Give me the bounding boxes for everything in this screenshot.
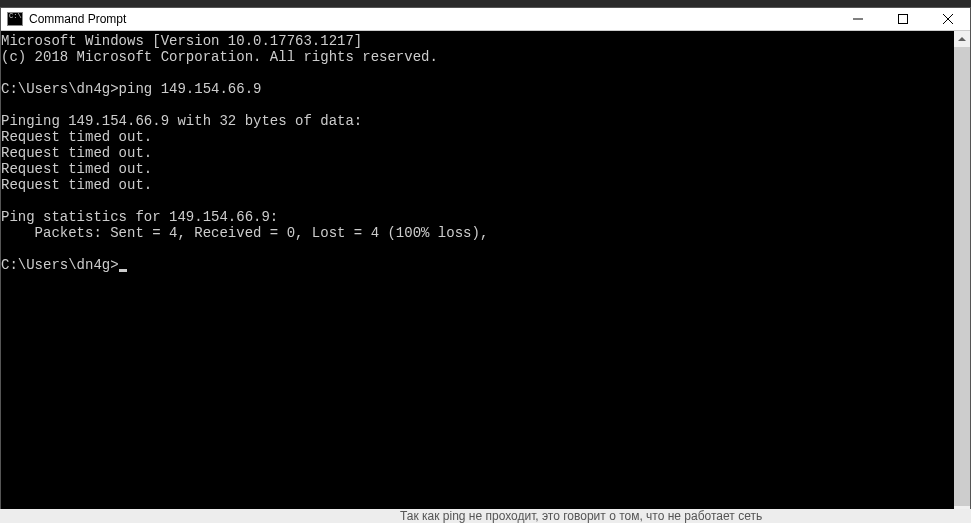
terminal-content[interactable]: Microsoft Windows [Version 10.0.17763.12…: [1, 31, 954, 522]
terminal-area: Microsoft Windows [Version 10.0.17763.12…: [1, 31, 970, 522]
minimize-icon: [853, 14, 863, 24]
minimize-button[interactable]: [835, 8, 880, 30]
background-strip: [0, 0, 971, 7]
maximize-icon: [898, 14, 908, 24]
scroll-thumb[interactable]: [954, 47, 970, 506]
chevron-up-icon: [958, 37, 966, 41]
cursor: [119, 269, 127, 272]
bottom-caption: Так как ping не проходит, это говорит о …: [0, 509, 971, 523]
window-title: Command Prompt: [29, 12, 835, 26]
titlebar[interactable]: Command Prompt: [1, 8, 970, 31]
maximize-button[interactable]: [880, 8, 925, 30]
command-prompt-window: Command Prompt Microsoft Windows [Versio: [0, 7, 971, 523]
close-button[interactable]: [925, 8, 970, 30]
cmd-icon: [7, 12, 23, 26]
close-icon: [943, 14, 953, 24]
scroll-up-button[interactable]: [954, 31, 970, 47]
svg-rect-1: [898, 15, 907, 24]
window-controls: [835, 8, 970, 30]
terminal-output: Microsoft Windows [Version 10.0.17763.12…: [1, 33, 488, 241]
scrollbar[interactable]: [954, 31, 970, 522]
terminal-prompt: C:\Users\dn4g>: [1, 257, 119, 273]
